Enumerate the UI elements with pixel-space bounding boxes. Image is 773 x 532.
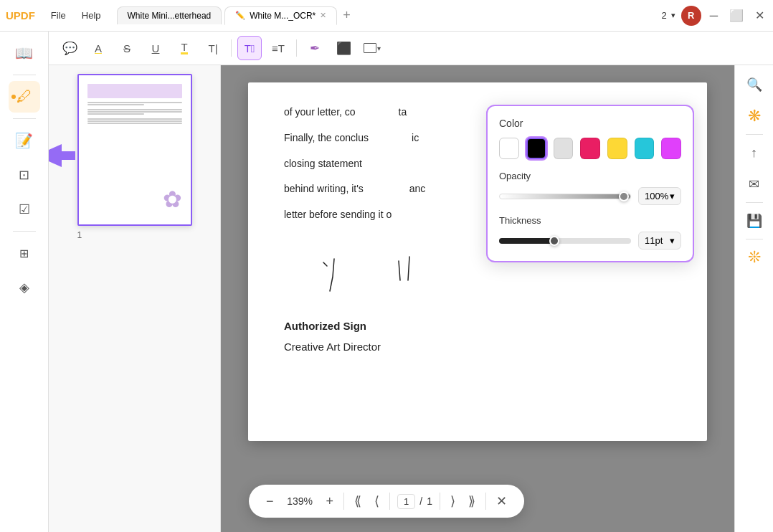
thumbnail-panel: ✿ 1 (49, 65, 221, 532)
toolbar-freetext[interactable]: T⃞ (237, 36, 262, 60)
thumb-decoration: ✿ (163, 186, 182, 213)
page-next-button[interactable]: ⟩ (447, 490, 458, 512)
color-swatch-teal[interactable] (635, 138, 655, 159)
page-prev-button[interactable]: ⟨ (371, 490, 382, 512)
thumbnail-page-1[interactable]: ✿ (77, 74, 192, 226)
opacity-dropdown-icon[interactable]: ▾ (670, 191, 675, 201)
tab-bar: White Mini...etterhead ✏️ White M..._OCR… (117, 5, 659, 26)
toolbar-div-2 (296, 39, 297, 57)
right-sidebar: 🔍 ❋ ↑ ✉ 💾 ❊ (734, 65, 773, 532)
current-page[interactable]: 1 (397, 494, 415, 509)
color-popup-title: Color (499, 118, 681, 129)
right-tool-apps[interactable]: ❊ (741, 244, 768, 271)
arrow-indicator (49, 143, 75, 171)
sidebar-tool-edit-page[interactable]: ⊡ (9, 159, 40, 191)
color-swatch-white[interactable] (499, 138, 519, 159)
right-tool-ai[interactable]: ❋ (741, 103, 768, 130)
thumb-line (87, 113, 144, 115)
maximize-button[interactable]: ⬜ (726, 6, 746, 25)
toolbar-text-align[interactable]: ≡T (266, 36, 290, 60)
bottom-divider-3 (440, 493, 440, 510)
zoom-out-button[interactable]: − (263, 491, 277, 512)
right-divider-1 (746, 134, 763, 135)
main-content: 📖 🖊 📝 ⊡ ☑ ⊞ ◈ 💬 (0, 32, 773, 532)
color-swatch-yellow[interactable] (607, 138, 627, 159)
toolbar-comment[interactable]: 💬 (57, 36, 82, 60)
menu-help[interactable]: Help (75, 7, 108, 24)
toolbar-highlight[interactable]: A (86, 36, 110, 60)
page-last-button[interactable]: ⟫ (465, 490, 478, 512)
doc-scroll-area[interactable]: of your letter, cota Finally, the conclu… (221, 65, 734, 532)
thickness-label: Thickness (499, 215, 681, 226)
upload-icon: ↑ (751, 146, 757, 161)
thickness-thumb[interactable] (549, 236, 559, 246)
thickness-slider[interactable] (499, 238, 631, 244)
toolbar-text-color[interactable]: T (172, 36, 196, 60)
sidebar-tool-annotate[interactable]: 🖊 (9, 81, 40, 113)
bottom-divider-1 (343, 493, 344, 510)
user-avatar[interactable]: R (681, 6, 701, 26)
form-icon: ☑ (19, 201, 30, 217)
text-align-icon: ≡T (272, 42, 285, 54)
right-tool-save[interactable]: 💾 (741, 207, 768, 234)
total-pages: 1 (427, 495, 432, 507)
toolbar-shapes[interactable]: ▾ (360, 36, 384, 60)
layers-icon: ◈ (19, 280, 29, 295)
thumb-line (87, 111, 182, 113)
sidebar-tool-organize[interactable]: ⊞ (9, 237, 40, 269)
thickness-text: 11pt (645, 235, 663, 246)
left-sidebar: 📖 🖊 📝 ⊡ ☑ ⊞ ◈ (0, 32, 49, 532)
tab-add-button[interactable]: + (340, 5, 354, 26)
color-swatch-red[interactable] (580, 138, 600, 159)
sidebar-tool-form[interactable]: ☑ (9, 194, 40, 225)
strikethrough-icon: S (123, 42, 131, 54)
close-button[interactable]: ✕ (752, 6, 767, 25)
color-swatch-light-gray[interactable] (554, 138, 574, 159)
opacity-slider[interactable] (499, 194, 631, 199)
shapes-dropdown[interactable]: ▾ (377, 44, 381, 52)
textbox-T-icon: T| (208, 42, 217, 54)
title-controls: 2 ▾ R ─ ⬜ ✕ (661, 6, 767, 26)
signature-svg (284, 241, 499, 298)
sidebar-divider-1 (13, 75, 36, 75)
menu-file[interactable]: File (44, 7, 73, 24)
toolbar-strikethrough[interactable]: S (115, 36, 139, 60)
thickness-dropdown-icon[interactable]: ▾ (670, 235, 675, 246)
thickness-value[interactable]: 11pt ▾ (638, 232, 681, 250)
opacity-thumb[interactable] (619, 191, 629, 201)
tab-2-close[interactable]: ✕ (320, 11, 326, 20)
right-tool-email[interactable]: ✉ (741, 171, 768, 198)
edit-page-icon: ⊡ (19, 167, 29, 183)
page-first-button[interactable]: ⟪ (351, 490, 364, 512)
close-toolbar-button[interactable]: ✕ (493, 490, 510, 512)
pen-icon: ✒ (310, 41, 320, 56)
sidebar-tool-edit-text[interactable]: 📝 (9, 125, 40, 156)
edit-text-icon: 📝 (15, 132, 33, 149)
authorized-sign-label: Authorized Sign (284, 320, 671, 332)
right-tool-upload[interactable]: ↑ (741, 139, 768, 166)
sidebar-tool-reader[interactable]: 📖 (9, 37, 40, 69)
tab-2[interactable]: ✏️ White M..._OCR* ✕ (224, 6, 337, 25)
zoom-in-button[interactable]: + (323, 491, 337, 512)
toolbar-pen[interactable]: ✒ (303, 36, 327, 60)
sidebar-tool-layers[interactable]: ◈ (9, 272, 40, 303)
right-tool-search[interactable]: 🔍 (741, 71, 768, 98)
minimize-button[interactable]: ─ (707, 6, 721, 25)
doc-signature-labels: Authorized Sign Creative Art Director (284, 320, 671, 353)
ai-icon: ❋ (748, 107, 761, 125)
color-swatch-purple[interactable] (661, 138, 681, 159)
thumb-line (87, 102, 182, 103)
text-color-icon: T (181, 42, 187, 54)
tab-1[interactable]: White Mini...etterhead (117, 6, 222, 24)
toolbar-underline[interactable]: U (143, 36, 168, 60)
page-dropdown-icon[interactable]: ▾ (671, 11, 675, 20)
freetext-icon: T⃞ (245, 42, 255, 54)
toolbar-textbox-T[interactable]: T| (201, 36, 225, 60)
color-swatch-black[interactable] (526, 138, 546, 159)
opacity-text: 100% (645, 191, 668, 201)
bottom-divider-2 (389, 493, 390, 510)
eraser-icon: ⬛ (336, 41, 351, 56)
opacity-value[interactable]: 100% ▾ (638, 187, 681, 205)
bottom-divider-4 (485, 493, 486, 510)
toolbar-eraser[interactable]: ⬛ (331, 36, 356, 60)
